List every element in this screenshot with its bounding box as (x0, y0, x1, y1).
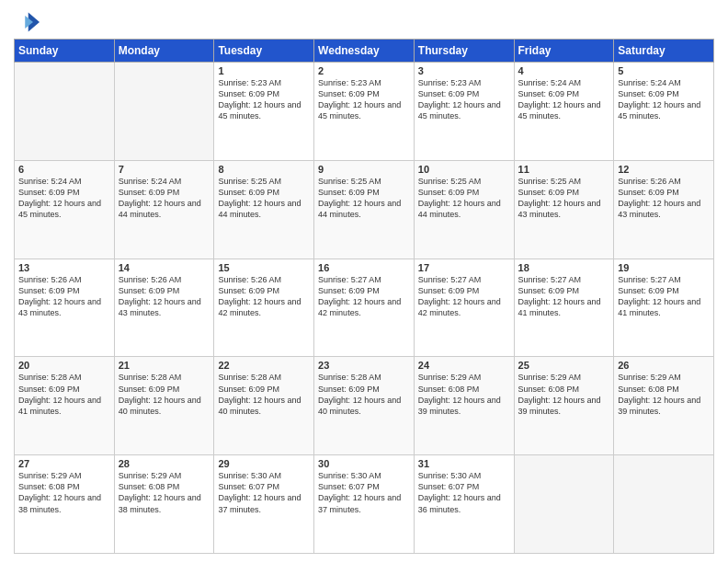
day-info: Sunrise: 5:26 AM Sunset: 6:09 PM Dayligh… (119, 274, 210, 319)
calendar-header: SundayMondayTuesdayWednesdayThursdayFrid… (15, 40, 714, 63)
day-info: Sunrise: 5:29 AM Sunset: 6:08 PM Dayligh… (618, 372, 710, 417)
day-number: 8 (218, 164, 310, 175)
header-cell-monday: Monday (114, 40, 214, 63)
calendar-cell: 26Sunrise: 5:29 AM Sunset: 6:08 PM Dayli… (614, 357, 714, 455)
calendar-cell: 22Sunrise: 5:28 AM Sunset: 6:09 PM Dayli… (214, 357, 314, 455)
calendar-cell: 5Sunrise: 5:24 AM Sunset: 6:09 PM Daylig… (614, 63, 714, 161)
day-info: Sunrise: 5:23 AM Sunset: 6:09 PM Dayligh… (218, 77, 310, 122)
day-info: Sunrise: 5:28 AM Sunset: 6:09 PM Dayligh… (318, 372, 410, 417)
day-info: Sunrise: 5:26 AM Sunset: 6:09 PM Dayligh… (618, 176, 710, 221)
day-info: Sunrise: 5:23 AM Sunset: 6:09 PM Dayligh… (318, 77, 410, 122)
header-cell-friday: Friday (514, 40, 614, 63)
day-number: 2 (318, 65, 410, 76)
day-info: Sunrise: 5:29 AM Sunset: 6:08 PM Dayligh… (418, 372, 510, 417)
calendar-cell: 3Sunrise: 5:23 AM Sunset: 6:09 PM Daylig… (414, 63, 514, 161)
day-number: 4 (518, 65, 610, 76)
calendar-cell: 30Sunrise: 5:30 AM Sunset: 6:07 PM Dayli… (314, 455, 415, 554)
calendar-cell: 25Sunrise: 5:29 AM Sunset: 6:08 PM Dayli… (514, 357, 614, 455)
day-info: Sunrise: 5:24 AM Sunset: 6:09 PM Dayligh… (618, 77, 710, 122)
header-cell-thursday: Thursday (414, 40, 514, 63)
calendar-cell: 2Sunrise: 5:23 AM Sunset: 6:09 PM Daylig… (314, 63, 415, 161)
calendar-cell: 19Sunrise: 5:27 AM Sunset: 6:09 PM Dayli… (614, 259, 714, 357)
logo (14, 9, 43, 35)
day-info: Sunrise: 5:26 AM Sunset: 6:09 PM Dayligh… (18, 274, 110, 319)
day-number: 21 (119, 360, 210, 371)
calendar-cell: 21Sunrise: 5:28 AM Sunset: 6:09 PM Dayli… (114, 357, 214, 455)
day-number: 31 (418, 458, 510, 469)
day-number: 17 (418, 262, 510, 273)
day-info: Sunrise: 5:28 AM Sunset: 6:09 PM Dayligh… (18, 372, 110, 417)
header-cell-sunday: Sunday (15, 40, 115, 63)
calendar-cell: 29Sunrise: 5:30 AM Sunset: 6:07 PM Dayli… (214, 455, 314, 554)
calendar-cell: 12Sunrise: 5:26 AM Sunset: 6:09 PM Dayli… (614, 160, 714, 259)
calendar-cell (114, 63, 214, 161)
header-cell-saturday: Saturday (614, 40, 714, 63)
calendar-cell: 24Sunrise: 5:29 AM Sunset: 6:08 PM Dayli… (414, 357, 514, 455)
day-info: Sunrise: 5:26 AM Sunset: 6:09 PM Dayligh… (218, 274, 310, 319)
day-number: 25 (518, 360, 610, 371)
calendar-cell: 4Sunrise: 5:24 AM Sunset: 6:09 PM Daylig… (514, 63, 614, 161)
day-info: Sunrise: 5:29 AM Sunset: 6:08 PM Dayligh… (18, 470, 110, 515)
calendar-cell: 11Sunrise: 5:25 AM Sunset: 6:09 PM Dayli… (514, 160, 614, 259)
calendar-cell (614, 455, 714, 554)
day-info: Sunrise: 5:27 AM Sunset: 6:09 PM Dayligh… (518, 274, 610, 319)
day-number: 9 (318, 164, 410, 175)
day-number: 23 (318, 360, 410, 371)
day-number: 13 (18, 262, 110, 273)
day-info: Sunrise: 5:27 AM Sunset: 6:09 PM Dayligh… (318, 274, 410, 319)
header (14, 9, 714, 35)
day-number: 3 (418, 65, 510, 76)
week-row-2: 6Sunrise: 5:24 AM Sunset: 6:09 PM Daylig… (15, 160, 714, 259)
calendar-cell: 23Sunrise: 5:28 AM Sunset: 6:09 PM Dayli… (314, 357, 415, 455)
calendar-cell: 13Sunrise: 5:26 AM Sunset: 6:09 PM Dayli… (15, 259, 115, 357)
day-info: Sunrise: 5:25 AM Sunset: 6:09 PM Dayligh… (518, 176, 610, 221)
calendar: SundayMondayTuesdayWednesdayThursdayFrid… (14, 39, 714, 554)
calendar-cell: 31Sunrise: 5:30 AM Sunset: 6:07 PM Dayli… (414, 455, 514, 554)
day-number: 7 (119, 164, 210, 175)
calendar-cell: 7Sunrise: 5:24 AM Sunset: 6:09 PM Daylig… (114, 160, 214, 259)
day-number: 28 (119, 458, 210, 469)
calendar-cell: 17Sunrise: 5:27 AM Sunset: 6:09 PM Dayli… (414, 259, 514, 357)
day-number: 15 (218, 262, 310, 273)
page: SundayMondayTuesdayWednesdayThursdayFrid… (0, 0, 728, 563)
calendar-cell: 20Sunrise: 5:28 AM Sunset: 6:09 PM Dayli… (15, 357, 115, 455)
calendar-cell: 18Sunrise: 5:27 AM Sunset: 6:09 PM Dayli… (514, 259, 614, 357)
day-number: 10 (418, 164, 510, 175)
day-info: Sunrise: 5:30 AM Sunset: 6:07 PM Dayligh… (218, 470, 310, 515)
header-cell-wednesday: Wednesday (314, 40, 415, 63)
calendar-cell (15, 63, 115, 161)
day-number: 27 (18, 458, 110, 469)
day-number: 14 (119, 262, 210, 273)
header-cell-tuesday: Tuesday (214, 40, 314, 63)
calendar-cell: 28Sunrise: 5:29 AM Sunset: 6:08 PM Dayli… (114, 455, 214, 554)
day-info: Sunrise: 5:24 AM Sunset: 6:09 PM Dayligh… (18, 176, 110, 221)
day-number: 26 (618, 360, 710, 371)
day-info: Sunrise: 5:30 AM Sunset: 6:07 PM Dayligh… (418, 470, 510, 515)
day-number: 22 (218, 360, 310, 371)
calendar-cell: 14Sunrise: 5:26 AM Sunset: 6:09 PM Dayli… (114, 259, 214, 357)
day-info: Sunrise: 5:27 AM Sunset: 6:09 PM Dayligh… (418, 274, 510, 319)
day-info: Sunrise: 5:28 AM Sunset: 6:09 PM Dayligh… (218, 372, 310, 417)
week-row-4: 20Sunrise: 5:28 AM Sunset: 6:09 PM Dayli… (15, 357, 714, 455)
day-number: 18 (518, 262, 610, 273)
calendar-cell: 16Sunrise: 5:27 AM Sunset: 6:09 PM Dayli… (314, 259, 415, 357)
day-info: Sunrise: 5:23 AM Sunset: 6:09 PM Dayligh… (418, 77, 510, 122)
day-number: 1 (218, 65, 310, 76)
day-number: 12 (618, 164, 710, 175)
day-info: Sunrise: 5:27 AM Sunset: 6:09 PM Dayligh… (618, 274, 710, 319)
day-number: 24 (418, 360, 510, 371)
day-info: Sunrise: 5:25 AM Sunset: 6:09 PM Dayligh… (418, 176, 510, 221)
calendar-cell: 1Sunrise: 5:23 AM Sunset: 6:09 PM Daylig… (214, 63, 314, 161)
day-number: 6 (18, 164, 110, 175)
day-number: 29 (218, 458, 310, 469)
calendar-cell: 9Sunrise: 5:25 AM Sunset: 6:09 PM Daylig… (314, 160, 415, 259)
day-info: Sunrise: 5:30 AM Sunset: 6:07 PM Dayligh… (318, 470, 410, 515)
calendar-cell (514, 455, 614, 554)
day-info: Sunrise: 5:28 AM Sunset: 6:09 PM Dayligh… (119, 372, 210, 417)
day-number: 30 (318, 458, 410, 469)
day-info: Sunrise: 5:24 AM Sunset: 6:09 PM Dayligh… (119, 176, 210, 221)
week-row-3: 13Sunrise: 5:26 AM Sunset: 6:09 PM Dayli… (15, 259, 714, 357)
day-info: Sunrise: 5:25 AM Sunset: 6:09 PM Dayligh… (218, 176, 310, 221)
calendar-cell: 10Sunrise: 5:25 AM Sunset: 6:09 PM Dayli… (414, 160, 514, 259)
day-info: Sunrise: 5:24 AM Sunset: 6:09 PM Dayligh… (518, 77, 610, 122)
